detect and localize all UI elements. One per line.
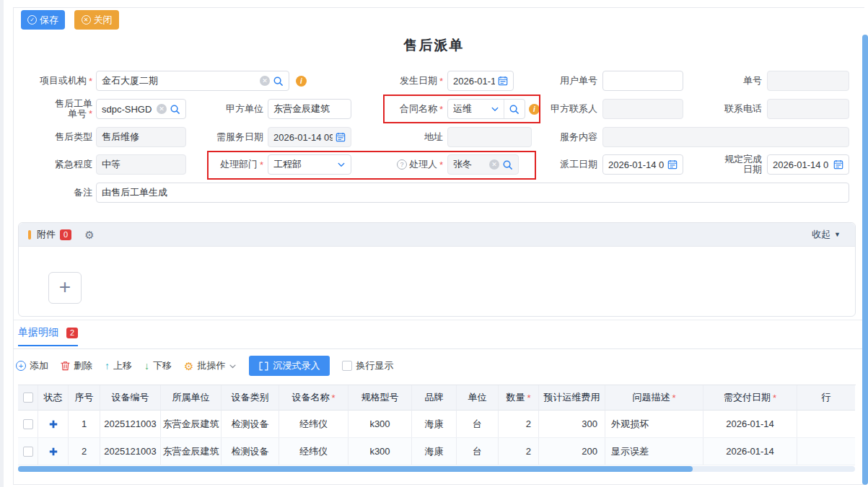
cell-brand: 海康 <box>412 438 457 465</box>
user-order-no-input[interactable] <box>602 71 683 91</box>
arrow-up-icon: ↑ <box>105 360 110 372</box>
select-all-checkbox[interactable] <box>18 385 38 411</box>
party-a-contact-input <box>602 99 683 119</box>
calendar-icon[interactable] <box>498 76 508 86</box>
cell-device-no: 2025121003 <box>100 411 161 437</box>
chevron-down-icon <box>229 362 237 370</box>
move-down-button[interactable]: ↓ 下移 <box>144 359 172 372</box>
attachments-count-badge: 0 <box>60 229 71 240</box>
clear-icon[interactable]: ✕ <box>489 159 499 170</box>
cell-quantity: 2 <box>499 411 539 437</box>
column-header-spec-model: 规格型号 <box>348 385 412 411</box>
handle-dept-select[interactable]: 工程部 <box>268 154 351 175</box>
table-header-row: 状态 序号 设备编号 所属单位 设备类别 设备名称* 规格型号 品牌 单位 数量… <box>18 385 855 411</box>
calendar-icon <box>336 132 346 142</box>
immersive-entry-button[interactable]: 沉浸式录入 <box>249 356 330 376</box>
need-service-date-input: 2026-01-14 09 <box>268 127 351 147</box>
occur-date-input[interactable]: 2026-01-14 <box>447 71 514 91</box>
remark-input[interactable]: 由售后工单生成 <box>96 183 849 203</box>
required-finish-date-input[interactable]: 2026-01-14 0 <box>767 154 849 175</box>
calendar-icon[interactable] <box>833 159 843 170</box>
detail-table: 状态 序号 设备编号 所属单位 设备类别 设备名称* 规格型号 品牌 单位 数量… <box>18 385 856 465</box>
column-header-brand: 品牌 <box>412 385 457 411</box>
clear-icon[interactable]: ✕ <box>260 76 270 86</box>
plus-icon: + <box>59 277 71 297</box>
delete-row-button[interactable]: 删除 <box>61 359 92 372</box>
after-sales-order-no-label: 售后工单单号* <box>13 99 92 119</box>
batch-ops-button[interactable]: ⚙ 批操作 <box>184 359 237 372</box>
frame-border-bottom <box>13 484 864 485</box>
tab-detail[interactable]: 单据明细 2 <box>18 326 78 346</box>
info-icon[interactable]: i <box>296 76 307 87</box>
row-status-cell[interactable] <box>38 411 69 437</box>
chevron-down-icon[interactable] <box>337 160 346 169</box>
contract-name-select[interactable]: 运维 <box>447 99 525 119</box>
horizontal-scrollbar-thumb[interactable] <box>18 466 693 472</box>
cell-quantity: 2 <box>499 438 539 465</box>
clear-icon[interactable]: ✕ <box>157 104 167 114</box>
dispatch-date-input[interactable]: 2026-01-14 0 <box>602 154 683 175</box>
cell-owner-unit: 东营金辰建筑 <box>161 411 222 437</box>
checkbox-icon <box>23 392 33 403</box>
move-up-button[interactable]: ↑ 上移 <box>105 359 132 372</box>
handle-dept-label: 处理部门* <box>183 154 263 175</box>
cell-owner-unit: 东营金辰建筑 <box>161 438 222 465</box>
add-row-button[interactable]: + 添加 <box>16 359 48 372</box>
handler-label: ? 处理人* <box>361 154 443 175</box>
column-header-owner-unit: 所属单位 <box>161 385 222 411</box>
row-checkbox[interactable] <box>18 411 38 437</box>
order-no-label: 单号 <box>681 71 762 91</box>
cell-device-no: 2025121003 <box>100 438 161 465</box>
handler-input[interactable]: 张冬 ✕ <box>447 154 519 175</box>
search-icon[interactable] <box>170 104 180 115</box>
cell-unit: 台 <box>457 411 499 437</box>
collapse-label: 收起 <box>812 228 830 241</box>
column-header-row-ops: 行 <box>797 385 855 411</box>
save-button[interactable]: ✓ 保存 <box>21 10 65 30</box>
column-header-device-category: 设备类别 <box>222 385 279 411</box>
column-header-problem-desc: 问题描述* <box>605 385 703 411</box>
search-icon[interactable] <box>273 76 284 87</box>
project-label: 项目或机构* <box>13 71 92 91</box>
wrap-display-checkbox[interactable]: 换行显示 <box>342 359 393 372</box>
horizontal-scrollbar[interactable] <box>18 466 855 472</box>
gear-icon[interactable]: ⚙ <box>84 229 94 240</box>
row-status-cell[interactable] <box>38 438 69 465</box>
page-title: 售后派单 <box>0 36 868 55</box>
cell-problem-desc: 显示误差 <box>605 438 703 465</box>
chevron-down-icon[interactable] <box>491 105 499 113</box>
calendar-icon[interactable] <box>667 159 678 170</box>
gear-icon: ⚙ <box>184 361 193 372</box>
row-checkbox[interactable] <box>18 438 38 465</box>
close-button-label: 关闭 <box>94 14 113 27</box>
required-finish-date-label: 规定完成日期 <box>681 154 762 175</box>
column-header-device-name: 设备名称* <box>279 385 348 411</box>
after-sales-type-input: 售后维修 <box>96 127 186 147</box>
search-icon[interactable] <box>502 159 513 170</box>
collapse-button[interactable]: 收起 ▼ <box>812 228 841 241</box>
occur-date-label: 发生日期* <box>361 71 443 91</box>
column-header-estimated-cost: 预计运维费用 <box>539 385 605 411</box>
project-input[interactable]: 金石大厦二期 ✕ <box>96 71 289 91</box>
cell-estimated-cost: 300 <box>539 411 605 437</box>
section-marker-bar <box>28 230 31 240</box>
triangle-down-icon: ▼ <box>834 231 841 238</box>
add-cross-icon <box>49 420 58 429</box>
cell-device-name: 经纬仪 <box>279 438 348 465</box>
add-attachment-button[interactable]: + <box>48 272 82 304</box>
after-sales-order-no-input[interactable]: sdpc-SHGD ✕ <box>96 99 186 119</box>
cell-delivery-date: 2026-01-14 <box>703 411 797 437</box>
table-row[interactable]: 2 2025121003 东营金辰建筑 检测设备 经纬仪 k300 海康 台 2… <box>18 438 855 465</box>
cell-spec-model: k300 <box>348 411 412 437</box>
party-a-unit-input[interactable]: 东营金辰建筑 <box>268 99 351 119</box>
cell-unit: 台 <box>457 438 499 465</box>
check-circle-icon: ✓ <box>27 15 37 25</box>
vertical-scrollbar[interactable] <box>862 35 868 485</box>
cell-seq: 2 <box>69 438 100 465</box>
table-row[interactable]: 1 2025121003 东营金辰建筑 检测设备 经纬仪 k300 海康 台 2… <box>18 411 855 438</box>
question-circle-icon[interactable]: ? <box>397 159 407 170</box>
close-button[interactable]: ✕ 关闭 <box>74 10 119 30</box>
attachments-title: 附件 <box>37 228 56 241</box>
after-sales-dispatch-page: ✓ 保存 ✕ 关闭 售后派单 项目或机构* 金石大厦二期 ✕ i 发生日期* 2… <box>0 0 868 487</box>
cell-seq: 1 <box>69 411 100 437</box>
